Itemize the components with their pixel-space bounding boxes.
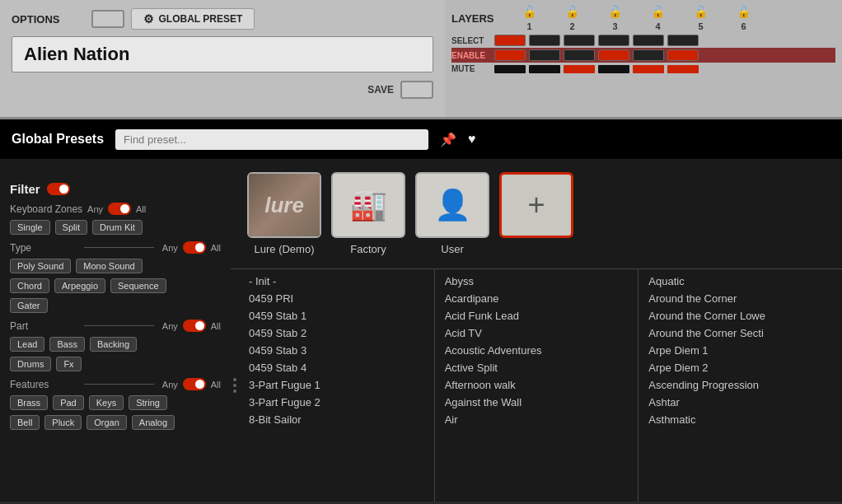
select-btn-5[interactable] [633,35,664,46]
preset-col-1-wrapper: - Init - 0459 PRI 0459 Stab 1 0459 Stab … [231,269,435,502]
list-item[interactable]: Around the Corner [639,290,842,307]
list-item[interactable]: 0459 PRI [239,290,434,307]
enable-btn-6[interactable] [667,49,699,61]
category-card-factory[interactable]: 🏭 Factory [331,172,405,255]
sidebar: Filter Keyboard Zones Any All Single Spl… [0,159,231,502]
list-item[interactable]: 0459 Stab 4 [239,359,434,376]
select-btn-2[interactable] [529,35,560,46]
list-item[interactable]: Abyss [435,273,639,290]
tag-poly-sound[interactable]: Poly Sound [10,259,71,273]
features-row: Features Any All [10,378,221,390]
enable-btn-2[interactable] [529,49,560,61]
pin-icon[interactable]: 📌 [440,132,456,147]
list-item[interactable]: Against the Wall [435,394,639,411]
drag-handle-1[interactable] [231,269,239,502]
part-divider [84,325,154,326]
list-item[interactable]: 8-Bit Sailor [239,411,434,428]
tag-drums[interactable]: Drums [10,357,51,371]
tag-backing[interactable]: Backing [90,337,137,352]
list-item[interactable]: Acardipane [435,290,639,307]
list-item[interactable]: 0459 Stab 3 [239,342,434,359]
enable-btn-1[interactable] [494,49,526,61]
list-item[interactable]: 0459 Stab 2 [239,324,434,342]
search-input[interactable] [115,129,428,150]
tag-pad[interactable]: Pad [53,395,84,410]
list-item[interactable]: Ashtar [639,394,842,411]
list-item[interactable]: Around the Corner Secti [639,324,842,342]
list-item[interactable]: Aquatic [639,273,842,290]
list-item[interactable]: 0459 Stab 1 [239,307,434,324]
part-all-label: All [211,321,221,331]
list-item[interactable]: Air [435,411,639,428]
gear-icon: ⚙ [143,12,154,26]
list-item[interactable]: Ascending Progression [639,376,842,394]
heart-icon[interactable]: ♥ [468,132,476,147]
features-tags-row2: Bell Pluck Organ Analog [10,415,221,430]
user-card-box: 👤 [415,172,489,238]
part-toggle[interactable] [183,320,206,332]
enable-btn-4[interactable] [598,49,629,61]
layer-col-4: 🔓 4 [641,5,676,31]
global-preset-button[interactable]: ⚙ GLOBAL PRESET [131,8,255,30]
type-toggle[interactable] [183,241,206,254]
list-item[interactable]: Acid Funk Lead [435,307,639,324]
features-toggle[interactable] [183,378,206,390]
list-item[interactable]: 3-Part Fugue 1 [239,376,434,394]
list-item[interactable]: - Init - [239,273,434,290]
category-card-lure[interactable]: lure Lure (Demo) [247,172,321,255]
tag-chord[interactable]: Chord [10,278,49,293]
select-btn-4[interactable] [598,35,629,46]
list-item[interactable]: Arpe Diem 2 [639,359,842,376]
list-item[interactable]: Acid TV [435,324,639,342]
tag-sequence[interactable]: Sequence [110,278,166,293]
list-item[interactable]: 3-Part Fugue 2 [239,394,434,411]
select-btn-6[interactable] [667,35,699,46]
keyboard-zones-row: Keyboard Zones Any All [10,203,221,215]
tag-pluck[interactable]: Pluck [44,415,82,430]
tag-split[interactable]: Split [55,220,87,235]
mute-ind-1 [494,65,526,73]
tag-lead[interactable]: Lead [10,337,44,352]
enable-btn-5[interactable] [633,49,664,61]
keyboard-zones-toggle[interactable] [108,203,131,215]
list-item[interactable]: Active Split [435,359,639,376]
tag-string[interactable]: String [129,395,167,410]
tag-drum-kit[interactable]: Drum Kit [92,220,143,235]
category-cards: lure Lure (Demo) 🏭 Factory 👤 User + [231,159,842,268]
select-label: SELECT [451,36,491,45]
list-item[interactable]: Arpe Diem 1 [639,342,842,359]
mute-ind-2 [529,65,560,73]
select-btn-3[interactable] [564,35,595,46]
list-item[interactable]: Afternoon walk [435,376,639,394]
select-btn-1[interactable] [494,35,526,46]
tag-organ[interactable]: Organ [87,415,127,430]
keyboard-all-label: All [136,204,146,214]
tag-gater[interactable]: Gater [10,298,48,313]
category-card-add[interactable]: + [499,172,573,255]
tag-single[interactable]: Single [10,220,50,235]
tag-mono-sound[interactable]: Mono Sound [76,259,142,273]
category-card-user[interactable]: 👤 User [415,172,489,255]
part-tags-row2: Drums Fx [10,357,221,371]
list-item[interactable]: Asthmatic [639,411,842,428]
tag-fx[interactable]: Fx [56,357,81,371]
tag-bass[interactable]: Bass [49,337,84,352]
tag-bell[interactable]: Bell [10,415,40,430]
save-button[interactable] [400,81,433,99]
options-button[interactable] [91,10,124,28]
enable-btn-3[interactable] [564,49,595,61]
tag-arpeggio[interactable]: Arpeggio [54,278,105,293]
tag-brass[interactable]: Brass [10,395,48,410]
list-item[interactable]: Acoustic Adventures [435,342,639,359]
keyboard-zones-tags: Single Split Drum Kit [10,220,221,235]
type-group: Type Any All Poly Sound Mono Sound Chord… [10,241,221,313]
type-any-label: Any [162,243,178,253]
enable-row: ENABLE [451,48,835,63]
list-item[interactable]: Around the Corner Lowe [639,307,842,324]
type-tags-row2: Chord Arpeggio Sequence [10,278,221,293]
keyboard-zones-label: Keyboard Zones [10,203,82,215]
tag-keys[interactable]: Keys [89,395,124,410]
type-divider [84,247,154,248]
filter-toggle[interactable] [47,183,70,195]
tag-analog[interactable]: Analog [132,415,175,430]
